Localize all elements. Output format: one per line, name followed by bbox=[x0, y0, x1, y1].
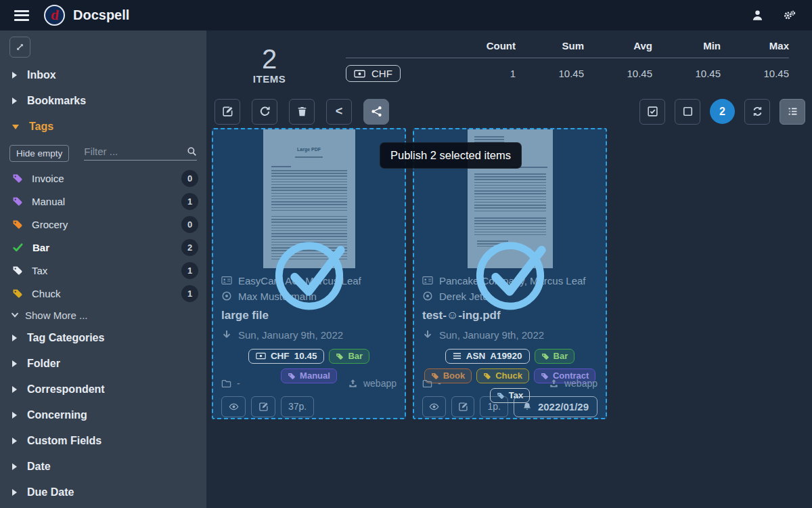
merge-items-button[interactable]: < bbox=[326, 99, 352, 125]
asn-value: A19920 bbox=[490, 351, 522, 362]
sidebar-item-correspondent[interactable]: Correspondent bbox=[0, 377, 206, 402]
preview-text-lines bbox=[271, 170, 347, 212]
sidebar-item-folder[interactable]: Folder bbox=[0, 351, 206, 377]
sidebar-tag-bar[interactable]: Bar 2 bbox=[0, 236, 206, 259]
main-content: 2 ITEMS Count Sum Avg Min Max CHF 1 10.4… bbox=[206, 30, 812, 508]
page-count-badge: 37p. bbox=[281, 396, 314, 417]
item-footer: - webapp bbox=[422, 378, 597, 389]
edit-icon bbox=[258, 402, 269, 412]
sidebar-tag-manual[interactable]: Manual 1 bbox=[0, 190, 206, 213]
edit-item-button[interactable] bbox=[451, 396, 475, 417]
folder-value: - bbox=[237, 378, 240, 389]
logo-letter: d bbox=[49, 7, 59, 22]
navbar-actions bbox=[751, 9, 796, 22]
sidebar-item-label: Inbox bbox=[27, 69, 56, 81]
edit-items-button[interactable] bbox=[215, 99, 240, 125]
sidebar-item-label: Correspondent bbox=[27, 383, 105, 396]
selected-count-badge[interactable]: 2 bbox=[710, 99, 735, 124]
collapse-sidebar-button[interactable] bbox=[9, 37, 30, 58]
user-icon[interactable] bbox=[751, 9, 764, 22]
page-count-badge: 1p. bbox=[480, 396, 508, 417]
col-min: Min bbox=[652, 40, 721, 51]
sidebar-item-date[interactable]: Date bbox=[0, 454, 206, 480]
caret-right-icon bbox=[12, 335, 17, 341]
preview-text-lines bbox=[271, 216, 347, 261]
hide-empty-button[interactable]: Hide empty bbox=[9, 145, 69, 162]
item-badges: ASN A19920 Bar Book Chuck bbox=[422, 349, 597, 403]
edit-item-button[interactable] bbox=[251, 396, 275, 417]
value-max: 10.45 bbox=[721, 68, 789, 79]
tag-filter-input[interactable] bbox=[84, 146, 187, 157]
sidebar-item-label: Due Date bbox=[27, 486, 74, 499]
sidebar-item-source[interactable]: Source bbox=[0, 505, 206, 508]
sidebar-item-label: Concerning bbox=[27, 409, 87, 421]
stats-table-header: Count Sum Avg Min Max bbox=[346, 40, 789, 58]
item-date: Sun, January 9th, 2022 bbox=[439, 327, 544, 343]
tag-count-badge: 2 bbox=[181, 239, 198, 256]
tag-icon bbox=[12, 219, 23, 230]
settings-gears-icon[interactable] bbox=[783, 9, 796, 22]
item-actions: 1p. 2022/01/29 bbox=[422, 396, 597, 417]
value-count: 1 bbox=[447, 68, 516, 79]
concerning-text: Max Mustermann bbox=[238, 289, 317, 304]
sidebar-item-label: Date bbox=[27, 461, 51, 473]
sidebar-item-bookmarks[interactable]: Bookmarks bbox=[0, 88, 206, 114]
sidebar-tag-invoice[interactable]: Invoice 0 bbox=[0, 167, 206, 190]
sidebar-item-custom-fields[interactable]: Custom Fields bbox=[0, 428, 206, 454]
exchange-icon bbox=[752, 106, 763, 117]
reprocess-items-button[interactable] bbox=[252, 99, 277, 125]
sidebar-item-inbox[interactable]: Inbox bbox=[0, 62, 206, 88]
chevron-down-icon bbox=[11, 311, 19, 319]
tag-chip-label: Bar bbox=[348, 351, 363, 362]
item-date-row: Sun, January 9th, 2022 bbox=[221, 327, 397, 343]
tag-count-badge: 1 bbox=[181, 285, 198, 302]
tag-chip-label: Bar bbox=[554, 351, 568, 362]
source-value: webapp bbox=[564, 378, 597, 389]
edit-icon bbox=[222, 106, 233, 117]
delete-items-button[interactable] bbox=[289, 99, 315, 125]
deselect-all-button[interactable] bbox=[675, 99, 700, 125]
amount-value: 10.45 bbox=[294, 351, 317, 362]
sidebar-tag-grocery[interactable]: Grocery 0 bbox=[0, 213, 206, 236]
caret-right-icon bbox=[12, 386, 17, 393]
sidebar-item-tags[interactable]: Tags bbox=[0, 114, 206, 140]
sidebar-tag-tax[interactable]: Tax 1 bbox=[0, 259, 206, 282]
invert-selection-button[interactable] bbox=[744, 99, 770, 125]
sidebar-item-label: Tags bbox=[29, 121, 53, 133]
show-more-tags[interactable]: Show More ... bbox=[0, 305, 206, 325]
item-card-test-ing-pdf[interactable]: Pancake Company, Marcus Leaf Derek Jeter… bbox=[413, 128, 607, 419]
sidebar-item-tag-categories[interactable]: Tag Categories bbox=[0, 325, 206, 351]
source-info: webapp bbox=[348, 378, 397, 389]
preview-text-lines bbox=[474, 173, 546, 213]
tag-name: Grocery bbox=[32, 219, 68, 230]
preview-item-button[interactable] bbox=[221, 396, 246, 417]
item-title[interactable]: test-☺-ing.pdf bbox=[422, 309, 597, 322]
sidebar-item-due-date[interactable]: Due Date bbox=[0, 480, 206, 505]
asn-label: ASN bbox=[466, 351, 486, 362]
upload-icon bbox=[549, 379, 559, 388]
item-count-label: ITEMS bbox=[246, 73, 293, 85]
folder-info: - bbox=[221, 378, 240, 389]
trash-icon bbox=[296, 106, 308, 117]
docspell-logo[interactable]: d bbox=[44, 5, 65, 26]
caret-right-icon bbox=[12, 438, 17, 444]
preview-text-lines bbox=[477, 240, 508, 247]
item-title[interactable]: large file bbox=[221, 309, 397, 322]
item-count: 2 bbox=[246, 45, 293, 73]
publish-items-button[interactable] bbox=[363, 99, 389, 125]
sidebar-item-label: Bookmarks bbox=[27, 95, 86, 107]
toolbar-right: 2 bbox=[639, 99, 805, 125]
preview-item-button[interactable] bbox=[422, 396, 446, 417]
correspondent-text: Pancake Company, Marcus Leaf bbox=[439, 273, 586, 289]
tag-chip-bar[interactable]: Bar bbox=[535, 349, 575, 364]
stats-table-row: CHF 1 10.45 10.45 10.45 10.45 bbox=[346, 58, 789, 82]
sidebar-item-concerning[interactable]: Concerning bbox=[0, 402, 206, 428]
caret-down-icon bbox=[12, 125, 19, 129]
view-menu-button[interactable] bbox=[780, 99, 805, 125]
tag-chip-bar[interactable]: Bar bbox=[329, 349, 369, 364]
stats-header: 2 ITEMS Count Sum Avg Min Max CHF 1 10.4… bbox=[206, 30, 812, 85]
hamburger-menu-icon[interactable] bbox=[14, 7, 29, 23]
item-card-large-file[interactable]: Large PDF EasyCare AG, Marcus Leaf Max M… bbox=[212, 128, 406, 419]
sidebar-tag-chuck[interactable]: Chuck 1 bbox=[0, 282, 206, 305]
select-all-button[interactable] bbox=[639, 99, 665, 125]
